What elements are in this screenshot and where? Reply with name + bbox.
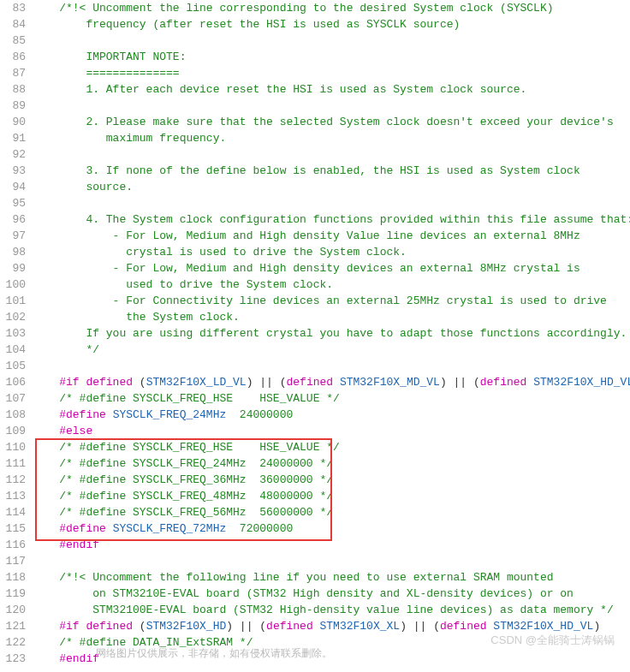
line-number: 114 — [0, 504, 26, 520]
line-number: 106 — [0, 374, 26, 390]
token-op: ( — [140, 618, 146, 634]
line-number: 98 — [0, 244, 26, 260]
token-comment: 4. The System clock configuration functi… — [33, 211, 630, 228]
token-plain — [33, 98, 39, 114]
token-macro: SYSCLK_FREQ_24MHz — [113, 407, 227, 423]
line-number: 90 — [0, 114, 26, 130]
line-number: 95 — [0, 195, 26, 211]
token-plain — [33, 553, 39, 569]
token-plain — [33, 358, 39, 374]
code-line: */ — [33, 342, 630, 358]
line-number: 112 — [0, 472, 26, 488]
code-line: - For Low, Medium and High density devic… — [33, 260, 630, 277]
code-line: - For Low, Medium and High density Value… — [33, 228, 630, 244]
token-directive: #define — [33, 407, 113, 423]
code-line — [33, 358, 630, 374]
token-comment: /*!< Uncomment the line corresponding to… — [33, 0, 554, 16]
token-op — [226, 407, 240, 423]
token-op: ) || ( — [400, 618, 440, 634]
token-comment: /* #define SYSCLK_FREQ_24MHz 24000000 */ — [33, 455, 333, 472]
code-line: #endif — [33, 651, 630, 667]
token-comment: source. — [33, 179, 133, 195]
line-number: 93 — [0, 163, 26, 179]
token-op — [226, 520, 240, 537]
code-line: on STM3210E-EVAL board (STM32 High densi… — [33, 586, 630, 602]
line-number: 92 — [0, 146, 26, 163]
line-number: 97 — [0, 228, 26, 244]
code-line: /* #define SYSCLK_FREQ_48MHz 48000000 */ — [33, 488, 630, 504]
code-line: #if defined (STM32F10X_LD_VL) || (define… — [33, 374, 630, 390]
line-number: 85 — [0, 33, 26, 49]
token-directive: defined — [266, 618, 319, 634]
line-number: 109 — [0, 423, 26, 439]
line-number: 103 — [0, 325, 26, 342]
token-macro: STM32F10X_MD_VL — [340, 374, 440, 390]
token-plain — [33, 33, 39, 49]
token-directive: defined — [286, 374, 339, 390]
code-line: /* #define DATA_IN_ExtSRAM */ — [33, 634, 630, 651]
token-comment: crystal is used to drive the System cloc… — [33, 244, 407, 260]
line-number: 88 — [0, 81, 26, 98]
code-line: /*!< Uncomment the following line if you… — [33, 569, 630, 586]
token-comment: on STM3210E-EVAL board (STM32 High densi… — [33, 586, 574, 602]
token-comment: STM32100E-EVAL board (STM32 High-density… — [33, 602, 614, 618]
code-line: used to drive the System clock. — [33, 277, 630, 293]
line-number: 86 — [0, 49, 26, 65]
line-number: 107 — [0, 390, 26, 407]
code-line: the System clock. — [33, 309, 630, 325]
code-line: /* #define SYSCLK_FREQ_HSE HSE_VALUE */ — [33, 390, 630, 407]
token-macro: STM32F10X_HD — [146, 618, 227, 634]
token-comment: /* #define SYSCLK_FREQ_HSE HSE_VALUE */ — [33, 439, 340, 455]
code-line: source. — [33, 179, 630, 195]
code-line: IMPORTANT NOTE: — [33, 49, 630, 65]
line-number: 102 — [0, 309, 26, 325]
code-line: #define SYSCLK_FREQ_24MHz 24000000 — [33, 407, 630, 423]
line-number: 89 — [0, 98, 26, 114]
token-number: 24000000 — [240, 407, 293, 423]
token-directive: #if defined — [33, 618, 140, 634]
line-number: 105 — [0, 358, 26, 374]
token-comment: /* #define SYSCLK_FREQ_36MHz 36000000 */ — [33, 472, 333, 488]
token-comment: used to drive the System clock. — [33, 277, 333, 293]
code-content: /*!< Uncomment the line corresponding to… — [33, 0, 630, 667]
code-line: crystal is used to drive the System cloc… — [33, 244, 630, 260]
token-comment: maximum frequency. — [33, 130, 226, 146]
code-line: frequency (after reset the HSI is used a… — [33, 16, 630, 33]
token-comment: 2. Please make sure that the selected Sy… — [33, 114, 614, 130]
token-comment: /* #define SYSCLK_FREQ_56MHz 56000000 */ — [33, 504, 333, 520]
line-number: 117 — [0, 553, 26, 569]
token-op: ) — [593, 618, 600, 634]
code-line: #endif — [33, 537, 630, 553]
line-number: 91 — [0, 130, 26, 146]
token-comment: - For Low, Medium and High density Value… — [33, 228, 580, 244]
line-number: 94 — [0, 179, 26, 195]
line-number: 113 — [0, 488, 26, 504]
line-number: 118 — [0, 569, 26, 586]
line-number: 101 — [0, 293, 26, 309]
line-number: 87 — [0, 65, 26, 81]
code-line: If you are using different crystal you h… — [33, 325, 630, 342]
line-number: 96 — [0, 211, 26, 228]
code-line: /*!< Uncomment the line corresponding to… — [33, 0, 630, 16]
token-comment: - For Low, Medium and High density devic… — [33, 260, 580, 277]
token-directive: #endif — [33, 537, 99, 553]
code-line: #else — [33, 423, 630, 439]
token-macro: STM32F10X_HD_VL — [493, 618, 593, 634]
code-line: - For Connectivity line devices an exter… — [33, 293, 630, 309]
token-macro: STM32F10X_HD_VL — [533, 374, 630, 390]
code-line: /* #define SYSCLK_FREQ_56MHz 56000000 */ — [33, 504, 630, 520]
token-directive: defined — [480, 374, 533, 390]
token-comment: */ — [33, 342, 99, 358]
line-number: 83 — [0, 0, 26, 16]
code-line: 1. After each device reset the HSI is us… — [33, 81, 630, 98]
code-line: 3. If none of the define below is enable… — [33, 163, 630, 179]
token-op: ) || ( — [247, 374, 287, 390]
line-number: 99 — [0, 260, 26, 277]
token-comment: 1. After each device reset the HSI is us… — [33, 81, 526, 98]
token-macro: STM32F10X_LD_VL — [146, 374, 247, 390]
code-line — [33, 33, 630, 49]
token-number: 72000000 — [240, 520, 293, 537]
code-line: /* #define SYSCLK_FREQ_36MHz 36000000 */ — [33, 472, 630, 488]
token-comment: /* #define SYSCLK_FREQ_HSE HSE_VALUE */ — [33, 390, 340, 407]
code-line: ============== — [33, 65, 630, 81]
